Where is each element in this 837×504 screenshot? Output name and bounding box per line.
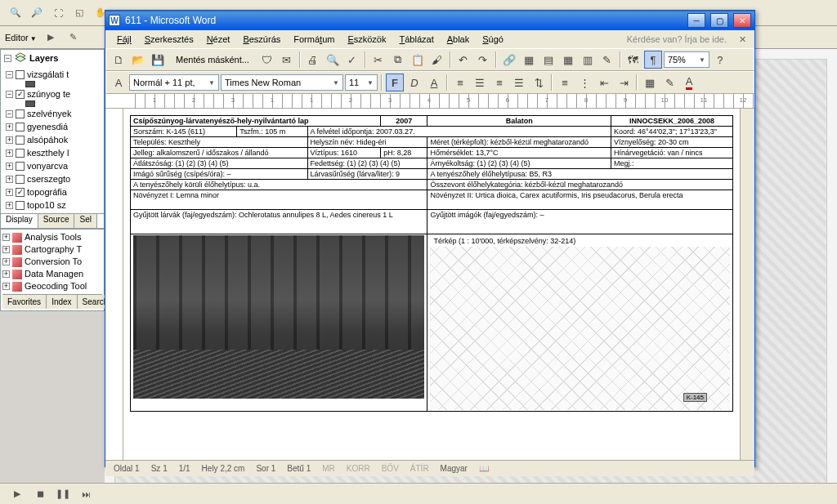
- layer-checkbox[interactable]: [16, 175, 25, 184]
- expand-icon[interactable]: +: [6, 136, 13, 144]
- doc-map-icon[interactable]: 🗺: [624, 51, 642, 69]
- permission-icon[interactable]: 🛡: [258, 51, 276, 69]
- layer-checkbox[interactable]: [16, 201, 25, 210]
- expand-icon[interactable]: +: [2, 270, 10, 278]
- expand-icon[interactable]: +: [6, 163, 13, 170]
- expand-icon[interactable]: −: [6, 110, 13, 118]
- layer-checkbox[interactable]: [16, 149, 25, 158]
- expand-icon[interactable]: −: [6, 71, 13, 78]
- save-icon[interactable]: 💾: [149, 51, 167, 69]
- layer-row[interactable]: +keszthely l: [6, 146, 104, 159]
- toolbox-tab-index[interactable]: Index: [47, 295, 77, 309]
- expand-icon[interactable]: +: [6, 123, 13, 131]
- outdent-icon[interactable]: ⇤: [595, 74, 613, 91]
- zoom-combo[interactable]: 75%▼: [664, 51, 709, 68]
- layer-row[interactable]: +alsópáhok: [6, 133, 104, 146]
- print-preview-icon[interactable]: 🔍: [324, 51, 342, 69]
- toolbox-row[interactable]: +Cartography T: [2, 243, 102, 256]
- layer-row[interactable]: +vonyarcva: [6, 159, 104, 172]
- font-color-icon[interactable]: A: [680, 74, 698, 91]
- open-icon[interactable]: 📂: [129, 51, 147, 69]
- timeline-step-icon[interactable]: ⏭: [77, 485, 95, 503]
- menu-insert[interactable]: Beszúrás: [238, 33, 285, 46]
- status-ext[interactable]: BŐV: [382, 464, 399, 473]
- editor-tool-icon[interactable]: ✎: [65, 29, 83, 47]
- timeline-pause-icon[interactable]: ❚❚: [54, 485, 72, 503]
- numbering-icon[interactable]: ≡: [556, 74, 574, 91]
- expand-icon[interactable]: +: [6, 149, 13, 157]
- align-center-icon[interactable]: ☰: [471, 74, 489, 91]
- tables-borders-icon[interactable]: ▦: [520, 51, 538, 69]
- font-size-combo[interactable]: 11▼: [345, 74, 378, 91]
- word-titlebar[interactable]: W 611 - Microsoft Word ─ ▢ ✕: [105, 11, 754, 30]
- zoom-in-icon[interactable]: 🔍: [7, 4, 25, 22]
- paste-icon[interactable]: 📋: [409, 51, 427, 69]
- style-combo[interactable]: Normál + 11 pt,▼: [129, 74, 219, 91]
- line-spacing-icon[interactable]: ⇅: [530, 74, 548, 91]
- horizontal-ruler[interactable]: 1231123456789101112131415: [105, 94, 754, 109]
- layer-row[interactable]: +cserszegto: [6, 172, 104, 185]
- redo-icon[interactable]: ↷: [474, 51, 492, 69]
- layer-checkbox[interactable]: [16, 162, 25, 171]
- italic-icon[interactable]: D: [405, 74, 423, 91]
- drawing-icon[interactable]: ✎: [598, 51, 616, 69]
- new-doc-icon[interactable]: 🗋: [110, 51, 128, 69]
- undo-icon[interactable]: ↶: [454, 51, 472, 69]
- status-rec[interactable]: MR: [322, 464, 335, 473]
- menu-help[interactable]: Súgó: [477, 33, 508, 46]
- styles-pane-icon[interactable]: A: [110, 74, 128, 91]
- align-left-icon[interactable]: ≡: [451, 74, 469, 91]
- status-trk[interactable]: KORR: [347, 464, 370, 473]
- layer-row[interactable]: −szelvények: [6, 107, 104, 120]
- menu-view[interactable]: Nézet: [202, 33, 235, 46]
- format-painter-icon[interactable]: 🖌: [428, 51, 446, 69]
- copy-icon[interactable]: ⧉: [389, 51, 407, 69]
- insert-table-icon[interactable]: ▤: [539, 51, 557, 69]
- toolbox-tab-favorites[interactable]: Favorites: [2, 295, 47, 309]
- expand-icon[interactable]: +: [6, 189, 13, 196]
- show-para-icon[interactable]: ¶: [644, 51, 662, 69]
- menu-table[interactable]: Táblázat: [395, 33, 439, 46]
- fixed-zoom-in-icon[interactable]: ◱: [70, 4, 88, 22]
- hyperlink-icon[interactable]: 🔗: [500, 51, 518, 69]
- layer-checkbox[interactable]: [16, 123, 25, 132]
- excel-icon[interactable]: ▦: [559, 51, 577, 69]
- layer-row[interactable]: +topo10 sz: [6, 198, 104, 212]
- toolbox-row[interactable]: +Analysis Tools: [2, 231, 102, 243]
- timeline-play-icon[interactable]: ▶: [8, 485, 26, 503]
- layer-checkbox[interactable]: ✓: [16, 90, 25, 99]
- columns-icon[interactable]: ▥: [579, 51, 597, 69]
- status-ovr[interactable]: ÁTÍR: [410, 464, 429, 473]
- help-prompt[interactable]: Kérdése van? Írja be ide.: [622, 33, 733, 46]
- toc-tab-display[interactable]: Display: [1, 214, 38, 228]
- vertical-scrollbar[interactable]: [740, 109, 754, 460]
- collapse-icon[interactable]: −: [4, 55, 11, 62]
- expand-icon[interactable]: +: [2, 258, 10, 265]
- font-combo[interactable]: Times New Roman▼: [221, 74, 343, 91]
- menu-file[interactable]: Fájl: [112, 33, 137, 46]
- cut-icon[interactable]: ✂: [369, 51, 387, 69]
- timeline-stop-icon[interactable]: ◼: [31, 485, 49, 503]
- close-button[interactable]: ✕: [733, 13, 751, 28]
- menu-format[interactable]: Formátum: [289, 33, 339, 46]
- underline-icon[interactable]: A: [425, 74, 443, 91]
- maximize-button[interactable]: ▢: [710, 13, 728, 28]
- layer-checkbox[interactable]: [16, 136, 25, 145]
- layer-checkbox[interactable]: ✓: [16, 188, 25, 197]
- zoom-out-icon[interactable]: 🔎: [28, 4, 46, 22]
- toolbox-row[interactable]: +Conversion To: [2, 256, 102, 268]
- menu-window[interactable]: Ablak: [442, 33, 475, 46]
- layer-row[interactable]: +✓topográfia: [6, 185, 104, 198]
- indent-icon[interactable]: ⇥: [615, 74, 633, 91]
- bullets-icon[interactable]: ⋮: [575, 74, 593, 91]
- expand-icon[interactable]: +: [2, 234, 10, 241]
- borders-icon[interactable]: ▦: [641, 74, 659, 91]
- email-icon[interactable]: ✉: [278, 51, 296, 69]
- toolbox-row[interactable]: +Geocoding Tool: [2, 280, 102, 292]
- expand-icon[interactable]: +: [2, 283, 10, 290]
- toc-tab-source[interactable]: Source: [38, 214, 75, 228]
- spellcheck-icon[interactable]: ✓: [343, 51, 361, 69]
- status-book-icon[interactable]: 📖: [479, 464, 489, 473]
- menu-edit[interactable]: Szerkesztés: [140, 33, 199, 46]
- layer-checkbox[interactable]: [16, 70, 25, 79]
